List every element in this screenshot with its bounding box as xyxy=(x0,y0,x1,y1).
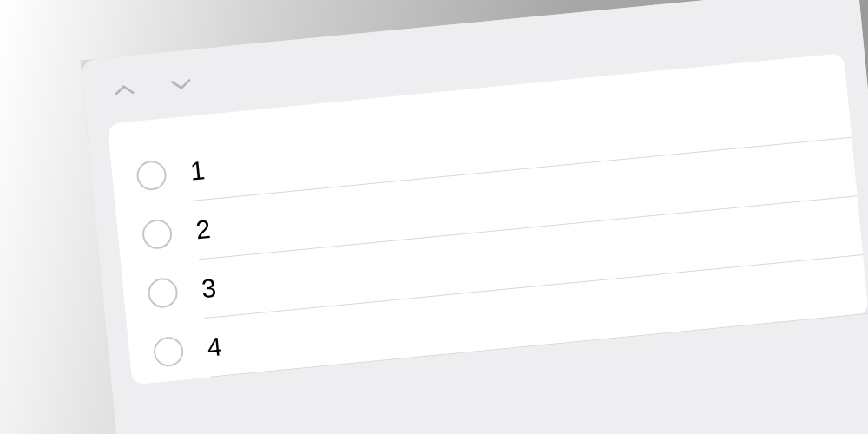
chevron-down-icon xyxy=(169,76,193,92)
list-item-label: 1 xyxy=(189,155,207,186)
radio-unchecked-icon[interactable] xyxy=(141,218,174,250)
nav-down-button[interactable] xyxy=(168,74,195,95)
list-item-label: 2 xyxy=(194,214,212,245)
inner-panel: 1 2 3 4 xyxy=(80,0,868,434)
list-item-label: 4 xyxy=(206,332,223,362)
chevron-up-icon xyxy=(112,82,135,98)
radio-unchecked-icon[interactable] xyxy=(147,277,179,309)
outer-panel: 1 2 3 4 xyxy=(80,0,868,434)
nav-up-button[interactable] xyxy=(110,79,138,101)
list-item-label: 3 xyxy=(201,273,218,304)
radio-unchecked-icon[interactable] xyxy=(153,336,185,368)
radio-unchecked-icon[interactable] xyxy=(135,160,168,192)
